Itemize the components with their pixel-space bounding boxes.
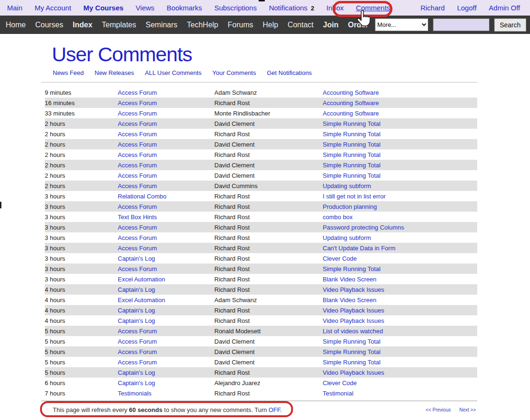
sub-link-new-releases[interactable]: New Releases [95,69,134,76]
comment-subject-link[interactable]: Simple Running Total [323,172,381,179]
comment-subject-link[interactable]: Simple Running Total [323,265,381,272]
top-nav-item-logoff[interactable]: Logoff [451,4,482,12]
comment-subject-link[interactable]: Simple Running Total [323,359,381,366]
site-search-input[interactable] [433,18,489,31]
forum-link[interactable]: Access Forum [118,162,157,169]
forum-link[interactable]: Access Forum [118,328,157,335]
comment-subject-link[interactable]: Accounting Software [323,110,379,117]
top-nav-item-views[interactable]: Views [130,4,161,12]
nav-item-label: Logoff [457,4,476,12]
top-nav-item-my-account[interactable]: My Account [29,4,78,12]
forum-link[interactable]: Access Forum [118,172,157,179]
forum-link[interactable]: Text Box Hints [118,214,157,221]
sub-link-your-comments[interactable]: Your Comments [212,69,256,76]
comment-subject-link[interactable]: Video Playback Issues [323,286,384,293]
search-button[interactable]: Search [494,18,526,32]
forum-link[interactable]: Captain's Log [118,307,155,314]
refresh-note-text-2: to show you any new comments. Turn [163,406,269,413]
main-nav-item-templates[interactable]: Templates [97,21,141,29]
main-nav-item-order[interactable]: Order [343,21,373,29]
top-nav-item-bookmarks[interactable]: Bookmarks [161,4,208,12]
forum-link[interactable]: Access Forum [118,245,157,252]
forum-link[interactable]: Access Forum [118,110,157,117]
main-nav-item-index[interactable]: Index [68,21,97,29]
commenter-name: Richard Rost [214,222,323,232]
forum-link[interactable]: Access Forum [118,99,157,107]
top-nav-item-inbox[interactable]: Inbox [320,4,350,12]
forum-link[interactable]: Access Forum [118,234,157,241]
forum-link[interactable]: Access Forum [118,338,157,345]
previous-page-link[interactable]: << Previous [426,407,451,412]
comment-age: 3 hours [45,232,118,243]
forum-link[interactable]: Excel Automation [118,276,165,283]
comment-subject-link[interactable]: Simple Running Total [323,348,381,355]
forum-link[interactable]: Access Forum [118,182,157,189]
top-nav-item-richard[interactable]: Richard [414,4,451,12]
comment-subject-link[interactable]: Updating subform [323,182,371,189]
commenter-name: Richard Rost [214,191,323,201]
comment-subject-link[interactable]: Simple Running Total [323,338,381,345]
comment-subject-link[interactable]: Accounting Software [323,99,379,107]
comment-subject-link[interactable]: Blank Video Screen [323,296,376,304]
comment-subject-link[interactable]: Blank Video Screen [323,276,376,283]
forum-link[interactable]: Captain's Log [118,369,155,376]
forum-link[interactable]: Access Forum [118,203,157,210]
comment-subject-link[interactable]: I still get not in list error [323,193,386,200]
forum-link[interactable]: Excel Automation [118,296,165,304]
forum-link[interactable]: Testimonials [118,390,152,397]
forum-link[interactable]: Access Forum [118,120,157,127]
forum-link[interactable]: Relational Combo [118,193,166,200]
main-nav-item-join[interactable]: Join [318,21,343,29]
sub-link-news-feed[interactable]: News Feed [53,69,84,76]
comment-subject-link[interactable]: Accounting Software [323,89,379,96]
more-dropdown[interactable]: More... [375,18,428,31]
comment-subject-link[interactable]: combo box [323,214,353,221]
main-nav-item-help[interactable]: Help [258,21,283,29]
forum-link[interactable]: Access Forum [118,359,157,366]
forum-link[interactable]: Access Forum [118,141,157,148]
comment-subject-link[interactable]: Video Playback Issues [323,307,384,314]
top-nav-item-admin-off[interactable]: Admin Off [483,4,526,12]
main-nav-item-home[interactable]: Home [1,21,31,29]
comment-subject-link[interactable]: List of videos watched [323,328,383,335]
forum-link[interactable]: Captain's Log [118,255,155,262]
top-nav-item-notifications[interactable]: Notifications2 [263,4,320,12]
top-nav-item-main[interactable]: Main [1,4,29,12]
next-page-link[interactable]: Next >> [459,407,476,412]
forum-link[interactable]: Captain's Log [118,286,155,293]
sub-link-get-notifications[interactable]: Get Notifications [267,69,311,76]
main-nav-item-courses[interactable]: Courses [31,21,68,29]
comment-subject-link[interactable]: Simple Running Total [323,151,381,158]
comment-subject-link[interactable]: Can't Update Data in Form [323,245,395,252]
comment-subject-link[interactable]: Simple Running Total [323,162,381,169]
forum-link[interactable]: Captain's Log [118,379,155,387]
forum-link[interactable]: Access Forum [118,131,157,138]
main-nav-item-seminars[interactable]: Seminars [141,21,182,29]
comment-subject-link[interactable]: Video Playback Issues [323,317,384,324]
comment-subject-link[interactable]: Simple Running Total [323,131,381,138]
main-nav-item-contact[interactable]: Contact [283,21,318,29]
forum-link[interactable]: Access Forum [118,151,157,158]
forum-link[interactable]: Access Forum [118,265,157,272]
comment-subject-link[interactable]: Video Playback Issues [323,369,384,376]
top-nav-item-subscriptions[interactable]: Subscriptions [208,4,263,12]
comment-subject-link[interactable]: Simple Running Total [323,120,381,127]
top-nav-item-comments[interactable]: Comments [350,4,397,12]
forum-link[interactable]: Captain's Log [118,317,155,324]
main-nav-item-forums[interactable]: Forums [223,21,258,29]
comment-row: 5 hours Access Forum David Clement Simpl… [45,336,477,346]
sub-link-all-user-comments[interactable]: ALL User Comments [145,69,202,76]
forum-link[interactable]: Access Forum [118,348,157,355]
turn-off-link[interactable]: OFF [269,406,280,413]
forum-link[interactable]: Access Forum [118,224,157,231]
comment-subject-link[interactable]: Simple Running Total [323,141,381,148]
comment-subject-link[interactable]: Production planning [323,203,377,210]
comment-subject-link[interactable]: Password protecting Columns [323,224,404,231]
comment-subject-link[interactable]: Clever Code [323,379,357,387]
comment-subject-link[interactable]: Testimonial [323,390,353,397]
forum-link[interactable]: Access Forum [118,89,157,96]
comment-subject-link[interactable]: Updating subform [323,234,371,241]
main-nav-item-techhelp[interactable]: TechHelp [182,21,223,29]
comment-subject-link[interactable]: Clever Code [323,255,357,262]
top-nav-item-my-courses[interactable]: My Courses [77,4,130,12]
